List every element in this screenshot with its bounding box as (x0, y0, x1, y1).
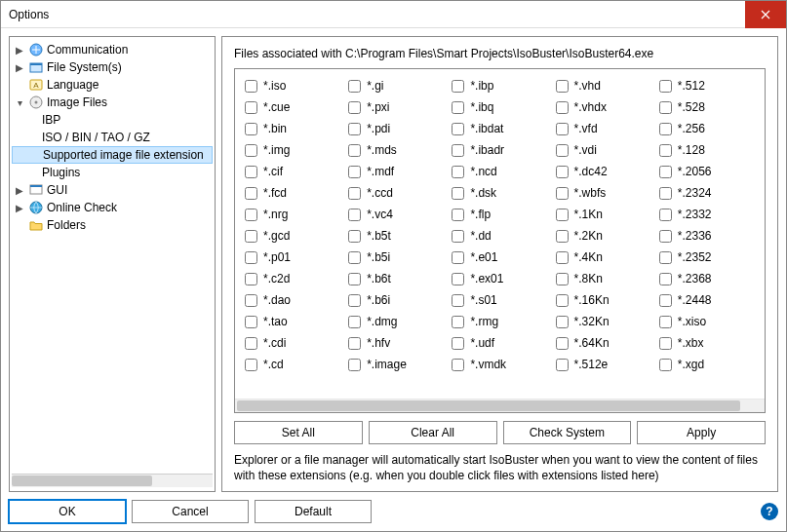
tree-hscrollbar[interactable] (12, 474, 213, 487)
extension-checkbox[interactable] (245, 80, 257, 93)
apply-button[interactable]: Apply (637, 421, 766, 444)
extension-checkbox[interactable] (452, 209, 464, 221)
extension-checkbox[interactable] (556, 273, 569, 285)
tree-item[interactable]: ▶ISO / BIN / TAO / GZ (12, 129, 213, 146)
extension-checkbox[interactable] (452, 187, 464, 200)
extension-checkbox[interactable] (452, 337, 464, 350)
help-button[interactable]: ? (761, 503, 778, 520)
tree-item[interactable]: ▶File System(s) (12, 58, 213, 76)
extension-checkbox[interactable] (556, 230, 569, 243)
extension-checkbox[interactable] (452, 101, 464, 114)
extensions-hscroll-thumb[interactable] (237, 400, 740, 411)
tree-item[interactable]: ▾Image Files (12, 94, 213, 111)
extension-checkbox[interactable] (659, 80, 672, 93)
tree-item[interactable]: ▶Plugins (12, 164, 213, 181)
extension-checkbox[interactable] (556, 316, 569, 328)
extension-checkbox[interactable] (245, 144, 257, 157)
extension-checkbox[interactable] (348, 294, 361, 307)
extension-checkbox[interactable] (348, 144, 361, 157)
tree-hscroll-thumb[interactable] (12, 475, 152, 486)
extension-checkbox[interactable] (245, 294, 257, 307)
extension-checkbox[interactable] (348, 80, 361, 93)
extension-checkbox[interactable] (452, 166, 464, 178)
extension-checkbox[interactable] (556, 80, 569, 93)
extension-checkbox[interactable] (556, 251, 569, 264)
tree-item[interactable]: ▶Communication (12, 41, 213, 58)
extension-checkbox[interactable] (556, 123, 569, 135)
extension-checkbox[interactable] (659, 101, 672, 114)
extension-checkbox[interactable] (245, 251, 257, 264)
extensions-hscrollbar[interactable] (235, 399, 765, 412)
extension-checkbox[interactable] (452, 80, 464, 93)
extension-checkbox[interactable] (556, 294, 569, 307)
default-button[interactable]: Default (255, 500, 372, 523)
extension-checkbox[interactable] (659, 144, 672, 157)
extension-checkbox[interactable] (452, 294, 464, 307)
tree-item[interactable]: ▶ALanguage (12, 76, 213, 94)
chevron-down-icon[interactable]: ▾ (14, 97, 25, 108)
extension-checkbox[interactable] (245, 209, 257, 221)
tree-item[interactable]: ▶Online Check (12, 199, 213, 216)
extension-checkbox[interactable] (245, 123, 257, 135)
extension-checkbox[interactable] (659, 187, 672, 200)
chevron-right-icon[interactable]: ▶ (14, 185, 25, 196)
extension-checkbox[interactable] (348, 359, 361, 371)
extension-checkbox[interactable] (348, 101, 361, 114)
extension-checkbox[interactable] (245, 316, 257, 328)
extension-checkbox[interactable] (245, 359, 257, 371)
extension-checkbox[interactable] (452, 123, 464, 135)
extension-checkbox[interactable] (452, 144, 464, 157)
extension-checkbox[interactable] (556, 144, 569, 157)
chevron-right-icon[interactable]: ▶ (14, 62, 25, 73)
clear-all-button[interactable]: Clear All (369, 421, 497, 444)
tree-item[interactable]: ▶GUI (12, 181, 213, 199)
extension-checkbox[interactable] (659, 359, 672, 371)
extension-checkbox[interactable] (659, 166, 672, 178)
cancel-button[interactable]: Cancel (132, 500, 249, 523)
extension-checkbox[interactable] (452, 316, 464, 328)
chevron-right-icon[interactable]: ▶ (14, 45, 25, 56)
extension-checkbox[interactable] (659, 337, 672, 350)
extension-checkbox[interactable] (452, 251, 464, 264)
extension-checkbox[interactable] (348, 209, 361, 221)
tree-item[interactable]: ▶Folders (12, 216, 213, 234)
extension-checkbox[interactable] (348, 273, 361, 285)
extension-checkbox[interactable] (348, 123, 361, 135)
tree-item[interactable]: ▶IBP (12, 111, 213, 129)
extension-checkbox[interactable] (452, 359, 464, 371)
extension-checkbox[interactable] (245, 187, 257, 200)
extension-checkbox[interactable] (556, 337, 569, 350)
extension-checkbox[interactable] (452, 230, 464, 243)
extension-checkbox[interactable] (348, 251, 361, 264)
extension-checkbox[interactable] (659, 230, 672, 243)
extension-checkbox[interactable] (348, 230, 361, 243)
extension-checkbox[interactable] (556, 166, 569, 178)
set-all-button[interactable]: Set All (234, 421, 363, 444)
extension-checkbox[interactable] (348, 187, 361, 200)
extension-checkbox[interactable] (659, 273, 672, 285)
extension-checkbox[interactable] (659, 251, 672, 264)
ok-button[interactable]: OK (9, 500, 126, 523)
extension-checkbox[interactable] (659, 316, 672, 328)
extension-checkbox[interactable] (556, 101, 569, 114)
extension-checkbox[interactable] (659, 294, 672, 307)
category-tree[interactable]: ▶Communication▶File System(s)▶ALanguage▾… (12, 41, 213, 474)
extension-checkbox[interactable] (556, 359, 569, 371)
extension-checkbox[interactable] (348, 337, 361, 350)
tree-item[interactable]: ▶Supported image file extension (12, 146, 213, 164)
check-system-button[interactable]: Check System (503, 421, 632, 444)
extension-checkbox[interactable] (348, 166, 361, 178)
extension-checkbox[interactable] (659, 123, 672, 135)
extension-checkbox[interactable] (245, 230, 257, 243)
extension-checkbox[interactable] (245, 273, 257, 285)
extension-checkbox[interactable] (245, 337, 257, 350)
extension-checkbox[interactable] (659, 209, 672, 221)
extension-checkbox[interactable] (348, 316, 361, 328)
extension-checkbox[interactable] (452, 273, 464, 285)
extension-checkbox[interactable] (245, 166, 257, 178)
extension-checkbox[interactable] (556, 209, 569, 221)
extension-checkbox[interactable] (556, 187, 569, 200)
chevron-right-icon[interactable]: ▶ (14, 203, 25, 213)
close-button[interactable] (745, 1, 786, 28)
extension-checkbox[interactable] (245, 101, 257, 114)
